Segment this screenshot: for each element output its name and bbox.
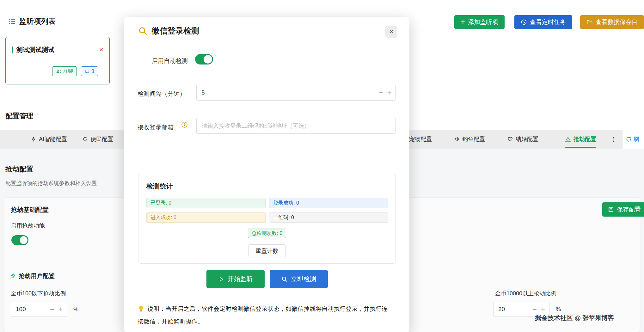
watermark: 掘金技术社区 @ 张苹果博客 <box>535 314 614 322</box>
modal-title: 微信登录检测 <box>138 26 199 36</box>
modal-title-text: 微信登录检测 <box>152 26 199 36</box>
refresh-label: 刷 <box>633 135 639 143</box>
wechat-login-detect-modal: 微信登录检测 ✕ 启用自动检测 检测间隔（分钟） − + 接收登录邮箱 检测统计… <box>124 17 409 332</box>
monitor-card-header: 测试测试测试 ✕ <box>12 46 104 54</box>
refresh-icon <box>626 136 632 142</box>
bulb-icon <box>138 304 144 316</box>
rocket-icon <box>9 273 16 279</box>
tab-label: 便民配置 <box>90 135 113 143</box>
auto-detect-label: 启用自动检测 <box>152 57 188 65</box>
interval-label: 检测间隔（分钟） <box>138 90 186 98</box>
tab-label: AI智能配置 <box>39 135 67 143</box>
tab-partial[interactable]: ( <box>612 130 614 149</box>
minus-stepper[interactable]: − <box>376 89 385 97</box>
modal-close-button[interactable]: ✕ <box>385 26 397 38</box>
config-section-title: 配置管理 <box>5 111 33 121</box>
monitor-item-title: 测试测试测试 <box>16 46 96 54</box>
start-monitor-button[interactable]: 开始监听 <box>206 270 265 288</box>
add-monitor-label: 添加监听项 <box>468 18 498 26</box>
page-title: 监听项列表 <box>8 16 56 26</box>
stats-panel: 检测统计 已登录: 0 登录成功: 0 进入成功: 0 二维码: 0 总检测次数… <box>138 174 396 264</box>
reset-count-button[interactable]: 重置计数 <box>248 244 286 257</box>
auto-detect-toggle[interactable] <box>195 54 213 65</box>
add-monitor-button[interactable]: + 添加监听项 <box>454 15 505 29</box>
high-ratio-label: 金币10000以上抢劫比例 <box>495 290 556 297</box>
view-timer-tasks-label: 查看定时任务 <box>530 18 566 26</box>
user-config-title: 抢劫用户配置 <box>9 272 55 280</box>
stat-enter-success: 进入成功: 0 <box>146 212 266 223</box>
tab-marriage-config[interactable]: 结婚配置 <box>507 130 538 149</box>
tab-robbery-config[interactable]: 抢劫配置 <box>565 130 596 149</box>
modal-note-text: 说明：当开启之后，软件会定时检测微信登录状态，如微信掉线将自动执行登录，并执行连… <box>138 305 388 325</box>
cycle-icon <box>82 136 88 142</box>
interval-input: − + <box>196 85 396 101</box>
accent-bar <box>12 46 13 53</box>
heart-icon <box>507 136 513 142</box>
user-config-label: 抢劫用户配置 <box>19 272 55 280</box>
play-icon <box>218 276 224 282</box>
robbery-section-title: 抢劫配置 <box>5 164 33 174</box>
check-now-label: 立即检测 <box>291 275 316 283</box>
megaphone-icon <box>454 136 460 142</box>
monitor-item-card[interactable]: 测试测试测试 ✕ 群聊 3 <box>5 37 110 84</box>
warning-triangle-icon <box>565 136 571 142</box>
comment-count: 3 <box>91 69 94 74</box>
plus-stepper[interactable]: + <box>539 305 549 314</box>
stat-login-success: 登录成功: 0 <box>269 198 388 208</box>
stats-title: 检测统计 <box>146 182 173 191</box>
plus-icon: + <box>461 18 465 26</box>
monitor-close-icon[interactable]: ✕ <box>99 46 104 53</box>
stat-total-count: 总检测次数: 0 <box>248 229 286 238</box>
check-now-button[interactable]: 立即检测 <box>270 270 328 288</box>
comment-count-badge[interactable]: 3 <box>81 66 98 76</box>
minus-stepper[interactable]: − <box>530 305 539 314</box>
view-data-dir-button[interactable]: 查看数据保存目 <box>580 15 644 29</box>
search-icon-small <box>281 276 288 282</box>
low-ratio-value[interactable] <box>11 306 47 313</box>
tab-label: 钓鱼配置 <box>462 135 485 143</box>
view-timer-tasks-button[interactable]: 查看定时任务 <box>514 15 572 29</box>
refresh-config-button[interactable]: 刷 <box>622 130 644 149</box>
search-icon <box>138 26 148 36</box>
tab-ai-config[interactable]: AI智能配置 <box>31 130 67 149</box>
high-ratio-value[interactable] <box>494 306 530 313</box>
plus-stepper[interactable]: + <box>386 89 396 97</box>
monitor-card-badges: 群聊 3 <box>52 66 98 76</box>
interval-value[interactable] <box>197 89 376 96</box>
robbery-section-subtitle: 配置监听项的抢劫系统参数和相关设置 <box>5 180 97 187</box>
low-ratio-input: − + <box>11 302 67 317</box>
tab-fishing-config[interactable]: 钓鱼配置 <box>454 130 485 149</box>
stat-qrcode: 二维码: 0 <box>269 212 388 223</box>
plus-stepper[interactable]: + <box>57 305 67 314</box>
people-icon <box>56 69 61 74</box>
enable-robbery-label: 启用抢劫功能 <box>11 222 45 230</box>
clock-icon <box>521 19 527 25</box>
low-ratio-label: 金币100以下抢劫比例 <box>11 290 66 297</box>
save-config-button[interactable]: 保存配置 <box>602 202 644 217</box>
email-input[interactable] <box>196 118 396 134</box>
info-icon[interactable] <box>181 121 188 128</box>
percent-unit: % <box>73 306 78 313</box>
tab-label: 抢劫配置 <box>573 135 596 143</box>
save-config-label: 保存配置 <box>617 206 641 214</box>
save-icon <box>608 206 614 212</box>
minus-stepper[interactable]: − <box>47 305 57 314</box>
comment-icon <box>85 69 89 74</box>
email-label: 接收登录邮箱 <box>138 123 174 132</box>
tab-label: ( <box>612 136 614 143</box>
view-data-dir-label: 查看数据保存目 <box>596 18 638 26</box>
base-config-title: 抢劫基础配置 <box>11 206 49 214</box>
folder-icon <box>586 19 593 25</box>
lightning-icon <box>31 136 36 142</box>
group-chat-label: 群聊 <box>63 68 73 75</box>
modal-note: 说明：当开启之后，软件会定时检测微信登录状态，如微信掉线将自动执行登录，并执行连… <box>138 303 390 327</box>
tab-label: 结婚配置 <box>516 135 538 143</box>
percent-unit: % <box>556 306 561 313</box>
page-title-text: 监听项列表 <box>19 16 56 26</box>
group-chat-badge: 群聊 <box>52 66 77 76</box>
stat-logged-in: 已登录: 0 <box>146 198 266 208</box>
enable-robbery-toggle[interactable] <box>11 235 28 245</box>
list-icon <box>8 17 16 25</box>
start-monitor-label: 开始监听 <box>228 275 253 283</box>
tab-convenience-config[interactable]: 便民配置 <box>82 130 113 149</box>
